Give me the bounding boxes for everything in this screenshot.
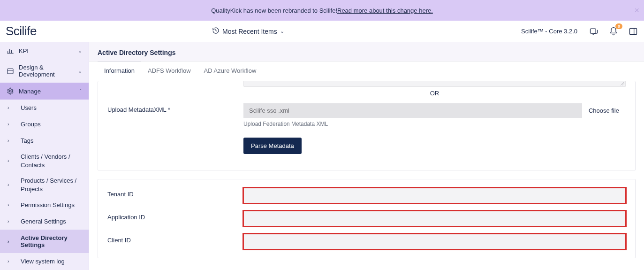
sidebar-label: Permission Settings [21, 201, 75, 208]
sidebar-label: General Settings [21, 218, 66, 225]
application-id-label: Application ID [107, 211, 243, 221]
chevron-down-icon: ⌄ [78, 68, 82, 74]
choose-file-button[interactable]: Choose file [582, 103, 626, 118]
sidebar-label: Users [21, 104, 37, 111]
file-name-display [243, 103, 582, 118]
feedback-icon[interactable] [589, 26, 599, 37]
sidebar-item-users[interactable]: ›Users [0, 100, 89, 116]
notification-badge: 0 [615, 23, 622, 30]
banner-link[interactable]: Read more about this change here. [337, 7, 433, 14]
tabs: Information ADFS Workflow AD Azure Workf… [89, 62, 644, 81]
gear-icon [7, 87, 14, 95]
chevron-right-icon: › [8, 158, 9, 164]
sidebar-label: Active Directory Settings [21, 234, 82, 248]
sidebar-item-tags[interactable]: ›Tags [0, 132, 89, 149]
sidebar-item-groups[interactable]: ›Groups [0, 116, 89, 132]
sidebar: KPI ⌄ Design & Development ⌄ Manage ˄ ›U… [0, 42, 89, 270]
ids-panel: Tenant ID Application ID Client ID [98, 179, 636, 258]
panel-icon[interactable] [628, 26, 638, 37]
sidebar-label: Clients / Vendors / Contacts [21, 153, 82, 169]
calendar-icon [7, 67, 14, 75]
sidebar-label: Design & Development [19, 64, 73, 78]
tab-adfs-workflow[interactable]: ADFS Workflow [141, 62, 197, 81]
svg-rect-7 [8, 69, 13, 74]
chart-icon [7, 47, 14, 54]
sidebar-item-general[interactable]: ›General Settings [0, 213, 89, 230]
chevron-down-icon: ⌄ [280, 28, 284, 34]
svg-point-9 [9, 90, 11, 92]
upload-field: Choose file Upload Federation Metadata X… [243, 103, 626, 127]
sidebar-item-design[interactable]: Design & Development ⌄ [0, 59, 89, 83]
sidebar-label: View system log [21, 258, 65, 265]
metadata-panel: OR Upload MetadataXML * Choose file Uplo… [98, 81, 636, 170]
sidebar-label: Groups [21, 121, 41, 128]
recent-items-label: Most Recent Items [222, 28, 277, 35]
history-icon [212, 27, 220, 36]
chevron-right-icon: › [8, 182, 9, 188]
upload-helper-text: Upload Federation Metadata XML [243, 121, 626, 127]
chevron-right-icon: › [8, 239, 9, 244]
upload-row: Upload MetadataXML * Choose file Upload … [107, 103, 626, 127]
parse-row: Parse Metadata [107, 135, 626, 154]
chevron-right-icon: › [8, 202, 9, 208]
client-row: Client ID [107, 234, 626, 249]
sidebar-label: KPI [19, 47, 29, 54]
chevron-right-icon: › [8, 105, 9, 110]
bell-icon[interactable]: 0 [608, 26, 619, 37]
tab-information[interactable]: Information [98, 62, 141, 81]
application-id-input[interactable] [243, 211, 626, 226]
close-icon[interactable]: × [634, 6, 639, 15]
top-icons: 0 [589, 26, 638, 37]
main-layout: KPI ⌄ Design & Development ⌄ Manage ˄ ›U… [0, 42, 644, 270]
sidebar-label: Tags [21, 137, 33, 144]
tenant-row: Tenant ID [107, 188, 626, 203]
sidebar-item-clients[interactable]: ›Clients / Vendors / Contacts [0, 149, 89, 173]
recent-items-dropdown[interactable]: Most Recent Items ⌄ [212, 27, 284, 36]
client-id-label: Client ID [107, 234, 243, 244]
chevron-right-icon: › [8, 138, 9, 143]
banner-text: QualityKick has now been rebranded to Sc… [211, 7, 337, 14]
app-logo[interactable]: Scilife [6, 24, 85, 39]
sidebar-item-products[interactable]: ›Products / Services / Projects [0, 173, 89, 197]
sidebar-item-permission[interactable]: ›Permission Settings [0, 197, 89, 213]
panel-wrap: OR Upload MetadataXML * Choose file Uplo… [89, 81, 644, 270]
svg-rect-1 [630, 28, 637, 34]
chevron-down-icon: ⌄ [78, 48, 82, 54]
or-separator: OR [243, 90, 626, 97]
file-input: Choose file [243, 103, 626, 118]
sidebar-label: Manage [19, 88, 41, 95]
chevron-right-icon: › [8, 122, 9, 127]
textarea-resize-handle[interactable] [243, 81, 626, 87]
parse-metadata-button[interactable]: Parse Metadata [243, 138, 302, 154]
sidebar-item-manage[interactable]: Manage ˄ [0, 83, 89, 100]
tenant-id-input[interactable] [243, 188, 626, 203]
tab-azure-workflow[interactable]: AD Azure Workflow [197, 62, 263, 81]
sidebar-item-active-directory[interactable]: ›Active Directory Settings [0, 230, 89, 253]
chevron-right-icon: › [8, 259, 9, 264]
chevron-up-icon: ˄ [79, 88, 82, 94]
page-title: Active Directory Settings [89, 42, 644, 62]
top-bar: Scilife Most Recent Items ⌄ Scilife™ - C… [0, 21, 644, 42]
svg-rect-0 [591, 29, 596, 33]
sidebar-item-kpi[interactable]: KPI ⌄ [0, 42, 89, 59]
sidebar-label: Products / Services / Projects [21, 177, 82, 193]
chevron-right-icon: › [8, 219, 9, 224]
content-area: Active Directory Settings Information AD… [89, 42, 644, 270]
tenant-id-label: Tenant ID [107, 188, 243, 198]
application-row: Application ID [107, 211, 626, 226]
client-id-input[interactable] [243, 234, 626, 249]
sidebar-item-syslog[interactable]: ›View system log [0, 253, 89, 270]
upload-label: Upload MetadataXML * [107, 103, 243, 113]
version-label: Scilife™ - Core 3.2.0 [521, 28, 577, 35]
rebrand-banner: QualityKick has now been rebranded to Sc… [0, 0, 644, 21]
